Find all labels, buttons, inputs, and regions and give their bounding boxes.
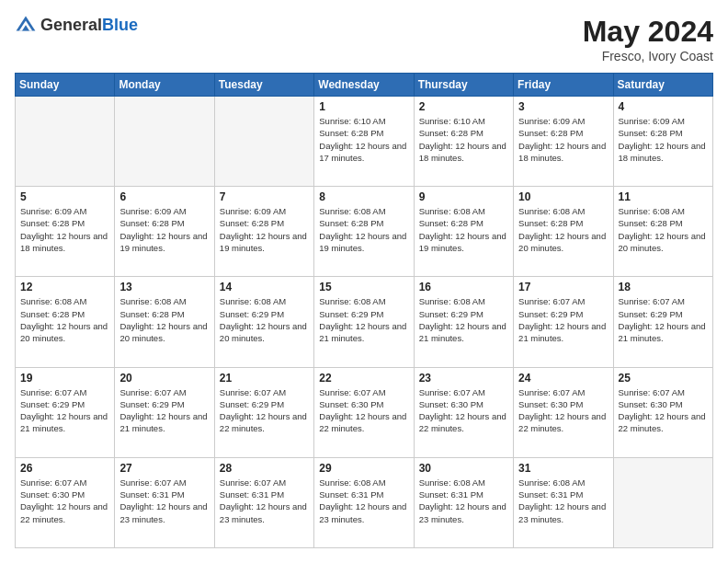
- day-info: Sunrise: 6:08 AM Sunset: 6:29 PM Dayligh…: [319, 295, 408, 344]
- day-info: Sunrise: 6:09 AM Sunset: 6:28 PM Dayligh…: [619, 115, 708, 164]
- table-row: 16Sunrise: 6:08 AM Sunset: 6:29 PM Dayli…: [414, 277, 513, 367]
- col-thursday: Thursday: [414, 74, 513, 97]
- day-info: Sunrise: 6:07 AM Sunset: 6:30 PM Dayligh…: [518, 386, 608, 435]
- day-number: 28: [220, 462, 309, 475]
- table-row: 3Sunrise: 6:09 AM Sunset: 6:28 PM Daylig…: [514, 97, 613, 187]
- calendar-header-row: Sunday Monday Tuesday Wednesday Thursday…: [16, 74, 713, 97]
- table-row: [613, 457, 712, 547]
- table-row: 13Sunrise: 6:08 AM Sunset: 6:28 PM Dayli…: [115, 277, 214, 367]
- day-info: Sunrise: 6:07 AM Sunset: 6:31 PM Dayligh…: [220, 477, 309, 525]
- col-saturday: Saturday: [613, 74, 712, 97]
- day-number: 23: [419, 372, 508, 385]
- day-info: Sunrise: 6:08 AM Sunset: 6:31 PM Dayligh…: [419, 477, 508, 525]
- day-info: Sunrise: 6:07 AM Sunset: 6:31 PM Dayligh…: [119, 477, 209, 525]
- calendar-location: Fresco, Ivory Coast: [583, 49, 713, 63]
- table-row: 2Sunrise: 6:10 AM Sunset: 6:28 PM Daylig…: [414, 97, 513, 187]
- table-row: 20Sunrise: 6:07 AM Sunset: 6:29 PM Dayli…: [115, 367, 214, 457]
- day-info: Sunrise: 6:08 AM Sunset: 6:29 PM Dayligh…: [419, 295, 508, 344]
- title-block: May 2024 Fresco, Ivory Coast: [583, 15, 713, 63]
- day-info: Sunrise: 6:07 AM Sunset: 6:29 PM Dayligh…: [119, 386, 209, 435]
- logo-blue-text: Blue: [102, 17, 138, 35]
- col-wednesday: Wednesday: [314, 74, 414, 97]
- day-number: 25: [619, 372, 708, 385]
- day-number: 9: [419, 190, 508, 203]
- calendar-week-row: 26Sunrise: 6:07 AM Sunset: 6:30 PM Dayli…: [16, 457, 713, 547]
- table-row: 15Sunrise: 6:08 AM Sunset: 6:29 PM Dayli…: [314, 277, 414, 367]
- table-row: 27Sunrise: 6:07 AM Sunset: 6:31 PM Dayli…: [115, 457, 214, 547]
- table-row: 28Sunrise: 6:07 AM Sunset: 6:31 PM Dayli…: [214, 457, 313, 547]
- day-number: 7: [220, 190, 309, 203]
- day-number: 30: [419, 462, 508, 475]
- logo-icon: [15, 15, 37, 37]
- table-row: 31Sunrise: 6:08 AM Sunset: 6:31 PM Dayli…: [514, 457, 613, 547]
- calendar-title: May 2024: [583, 15, 713, 49]
- day-info: Sunrise: 6:08 AM Sunset: 6:31 PM Dayligh…: [518, 477, 608, 525]
- day-number: 4: [619, 100, 708, 113]
- table-row: 19Sunrise: 6:07 AM Sunset: 6:29 PM Dayli…: [16, 367, 115, 457]
- calendar-week-row: 1Sunrise: 6:10 AM Sunset: 6:28 PM Daylig…: [16, 97, 713, 187]
- day-info: Sunrise: 6:08 AM Sunset: 6:31 PM Dayligh…: [319, 477, 408, 525]
- day-info: Sunrise: 6:07 AM Sunset: 6:29 PM Dayligh…: [220, 386, 309, 435]
- table-row: 7Sunrise: 6:09 AM Sunset: 6:28 PM Daylig…: [214, 187, 313, 277]
- col-tuesday: Tuesday: [214, 74, 313, 97]
- col-sunday: Sunday: [16, 74, 115, 97]
- day-number: 19: [20, 372, 109, 385]
- day-info: Sunrise: 6:09 AM Sunset: 6:28 PM Dayligh…: [518, 115, 608, 164]
- table-row: [16, 97, 115, 187]
- day-info: Sunrise: 6:09 AM Sunset: 6:28 PM Dayligh…: [119, 205, 209, 254]
- table-row: 21Sunrise: 6:07 AM Sunset: 6:29 PM Dayli…: [214, 367, 313, 457]
- table-row: 17Sunrise: 6:07 AM Sunset: 6:29 PM Dayli…: [514, 277, 613, 367]
- day-number: 26: [20, 462, 109, 475]
- day-info: Sunrise: 6:08 AM Sunset: 6:28 PM Dayligh…: [319, 205, 408, 254]
- page-header: GeneralBlue May 2024 Fresco, Ivory Coast: [15, 15, 713, 63]
- day-info: Sunrise: 6:08 AM Sunset: 6:28 PM Dayligh…: [119, 295, 209, 344]
- day-number: 3: [518, 100, 608, 113]
- day-info: Sunrise: 6:07 AM Sunset: 6:30 PM Dayligh…: [319, 386, 408, 435]
- table-row: 18Sunrise: 6:07 AM Sunset: 6:29 PM Dayli…: [613, 277, 712, 367]
- day-info: Sunrise: 6:07 AM Sunset: 6:29 PM Dayligh…: [518, 295, 608, 344]
- day-number: 5: [20, 190, 109, 203]
- day-info: Sunrise: 6:09 AM Sunset: 6:28 PM Dayligh…: [220, 205, 309, 254]
- table-row: 11Sunrise: 6:08 AM Sunset: 6:28 PM Dayli…: [613, 187, 712, 277]
- day-number: 13: [119, 281, 209, 293]
- table-row: [214, 97, 313, 187]
- day-info: Sunrise: 6:10 AM Sunset: 6:28 PM Dayligh…: [319, 115, 408, 164]
- logo-general-text: General: [40, 17, 102, 35]
- day-info: Sunrise: 6:08 AM Sunset: 6:28 PM Dayligh…: [619, 205, 708, 254]
- calendar-week-row: 12Sunrise: 6:08 AM Sunset: 6:28 PM Dayli…: [16, 277, 713, 367]
- day-number: 10: [518, 190, 608, 203]
- table-row: 24Sunrise: 6:07 AM Sunset: 6:30 PM Dayli…: [514, 367, 613, 457]
- day-info: Sunrise: 6:08 AM Sunset: 6:28 PM Dayligh…: [20, 295, 109, 344]
- table-row: 14Sunrise: 6:08 AM Sunset: 6:29 PM Dayli…: [214, 277, 313, 367]
- day-number: 18: [619, 281, 708, 293]
- day-info: Sunrise: 6:10 AM Sunset: 6:28 PM Dayligh…: [419, 115, 508, 164]
- day-number: 8: [319, 190, 408, 203]
- day-info: Sunrise: 6:07 AM Sunset: 6:29 PM Dayligh…: [20, 386, 109, 435]
- day-number: 6: [119, 190, 209, 203]
- day-number: 17: [518, 281, 608, 293]
- day-info: Sunrise: 6:08 AM Sunset: 6:28 PM Dayligh…: [419, 205, 508, 254]
- col-friday: Friday: [514, 74, 613, 97]
- day-number: 11: [619, 190, 708, 203]
- day-number: 12: [20, 281, 109, 293]
- table-row: 10Sunrise: 6:08 AM Sunset: 6:28 PM Dayli…: [514, 187, 613, 277]
- day-number: 31: [518, 462, 608, 475]
- day-info: Sunrise: 6:07 AM Sunset: 6:30 PM Dayligh…: [20, 477, 109, 525]
- table-row: 26Sunrise: 6:07 AM Sunset: 6:30 PM Dayli…: [16, 457, 115, 547]
- day-info: Sunrise: 6:07 AM Sunset: 6:30 PM Dayligh…: [619, 386, 708, 435]
- day-number: 24: [518, 372, 608, 385]
- day-number: 1: [319, 100, 408, 113]
- day-number: 14: [220, 281, 309, 293]
- table-row: 22Sunrise: 6:07 AM Sunset: 6:30 PM Dayli…: [314, 367, 414, 457]
- day-number: 16: [419, 281, 508, 293]
- day-number: 27: [119, 462, 209, 475]
- day-number: 22: [319, 372, 408, 385]
- calendar-table: Sunday Monday Tuesday Wednesday Thursday…: [15, 73, 713, 548]
- day-number: 15: [319, 281, 408, 293]
- table-row: 4Sunrise: 6:09 AM Sunset: 6:28 PM Daylig…: [613, 97, 712, 187]
- day-number: 21: [220, 372, 309, 385]
- table-row: 5Sunrise: 6:09 AM Sunset: 6:28 PM Daylig…: [16, 187, 115, 277]
- day-number: 2: [419, 100, 508, 113]
- table-row: 1Sunrise: 6:10 AM Sunset: 6:28 PM Daylig…: [314, 97, 414, 187]
- day-info: Sunrise: 6:07 AM Sunset: 6:29 PM Dayligh…: [619, 295, 708, 344]
